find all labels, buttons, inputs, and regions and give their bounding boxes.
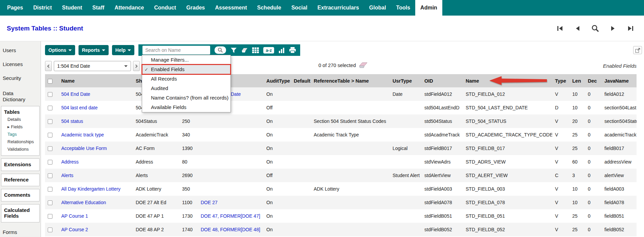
nav-tab-student[interactable]: Student xyxy=(57,0,87,16)
row-checkbox[interactable] xyxy=(48,160,52,165)
row-checkbox[interactable] xyxy=(48,228,52,232)
title-link[interactable]: Date xyxy=(231,91,241,97)
cell-default xyxy=(291,142,311,155)
bar-chart-icon[interactable] xyxy=(279,47,285,53)
sidebar-item-reference[interactable]: Reference xyxy=(3,176,38,184)
sidebar-item-fields[interactable]: ▸ Fields xyxy=(3,123,38,131)
field-name-link[interactable]: Acceptable Use Form xyxy=(61,146,107,151)
sort-az-icon[interactable]: a-z xyxy=(263,47,274,53)
nav-tab-admin[interactable]: Admin xyxy=(415,0,442,16)
field-name-link[interactable]: AP Course 2 xyxy=(61,227,88,232)
filter-menu-item-all-records[interactable]: All Records xyxy=(142,74,230,84)
row-checkbox[interactable] xyxy=(48,119,52,124)
nav-tab-conduct[interactable]: Conduct xyxy=(149,0,181,16)
field-name-link[interactable]: Alternative Education xyxy=(61,200,106,205)
nav-tab-global[interactable]: Global xyxy=(364,0,391,16)
row-select-cell xyxy=(45,209,59,223)
field-name-link[interactable]: Academic track type xyxy=(61,132,104,137)
sidebar-item-extensions[interactable]: Extensions xyxy=(3,161,38,168)
cell-dbname: STD_ACADEMIC_TRACK_TYPE_CODE xyxy=(463,128,552,142)
nav-tab-extracurriculars[interactable]: Extracurriculars xyxy=(312,0,364,16)
record-selector[interactable]: 1:504 End Date xyxy=(54,61,131,71)
nav-tab-schedule[interactable]: Schedule xyxy=(252,0,286,16)
print-icon[interactable] xyxy=(289,47,296,53)
title-link[interactable]: DOE 48, FORMER[DOE 48] xyxy=(201,227,260,232)
cell-oid: stdFieldB017 xyxy=(422,142,463,155)
previous-record-button[interactable] xyxy=(45,61,52,71)
sidebar-item-details[interactable]: Details xyxy=(3,116,38,123)
column-header-referencetable-name[interactable]: ReferenceTable > Name xyxy=(311,74,390,87)
column-header-oid[interactable]: OID xyxy=(422,74,463,87)
row-checkbox[interactable] xyxy=(48,214,52,219)
grid-icon[interactable] xyxy=(252,47,259,53)
sidebar-item-licenses[interactable]: Licenses xyxy=(0,57,41,71)
sidebar-section-data-dictionary[interactable]: Data Dictionary xyxy=(0,85,41,105)
title-link[interactable]: DOE 27 xyxy=(201,200,218,205)
filter-menu-item-enabled-fields[interactable]: ✓Enabled Fields xyxy=(142,65,230,74)
sidebar-item-users[interactable]: Users xyxy=(0,43,41,57)
sidebar-item-tags[interactable]: Tags xyxy=(3,131,38,138)
filter-menu-item-manage-filters[interactable]: Manage Filters... xyxy=(142,55,230,65)
row-checkbox[interactable] xyxy=(48,92,52,97)
field-name-link[interactable]: 504 status xyxy=(61,118,83,124)
previous-record-icon[interactable] xyxy=(573,24,582,33)
nav-tab-grades[interactable]: Grades xyxy=(181,0,210,16)
sidebar-item-tables[interactable]: Tables xyxy=(3,109,38,116)
filter-menu-item-available-fields[interactable]: Available Fields xyxy=(142,103,230,112)
filter-menu-item-name-contains-from-all-records[interactable]: Name Contains? (from all records) xyxy=(142,93,230,103)
sidebar-item-validations[interactable]: Validations xyxy=(3,146,38,153)
filter-menu-item-audited[interactable]: Audited xyxy=(142,84,230,93)
next-record-icon[interactable] xyxy=(608,24,618,33)
row-checkbox[interactable] xyxy=(48,173,52,178)
title-link[interactable]: DOE 47, FORMER[DOE 47] xyxy=(201,213,260,219)
nav-tab-social[interactable]: Social xyxy=(286,0,312,16)
clear-selection-eraser-icon[interactable] xyxy=(359,62,368,68)
options-button[interactable]: Options xyxy=(45,45,75,55)
field-name-link[interactable]: 504 last end date xyxy=(61,105,97,110)
table-row: AP Course 1DOE 47 AP 11730DOE 47, FORMER… xyxy=(45,209,637,223)
sidebar-item-security[interactable]: Security xyxy=(0,71,41,85)
column-header-default[interactable]: Default xyxy=(291,74,311,87)
row-checkbox[interactable] xyxy=(48,106,52,110)
sidebar-item-forms[interactable]: Forms xyxy=(0,225,41,237)
field-name-link[interactable]: Alerts xyxy=(61,173,73,178)
sidebar-item-calculated-fields[interactable]: Calculated Fields xyxy=(3,207,38,220)
next-record-button[interactable] xyxy=(133,61,140,71)
row-checkbox[interactable] xyxy=(48,200,52,205)
field-name-link[interactable]: Address xyxy=(61,159,79,165)
column-header-dec[interactable]: Dec xyxy=(585,74,602,87)
field-name-link[interactable]: AP Course 1 xyxy=(61,213,88,219)
sidebar-item-relationships[interactable]: Relationships xyxy=(3,138,38,146)
search-records-icon[interactable] xyxy=(591,24,600,33)
column-header-javaname[interactable]: JavaName xyxy=(602,74,637,87)
nav-tab-pages[interactable]: Pages xyxy=(2,0,28,16)
row-checkbox[interactable] xyxy=(48,133,52,137)
nav-tab-attendance[interactable]: Attendance xyxy=(109,0,149,16)
row-checkbox[interactable] xyxy=(48,146,52,151)
last-record-icon[interactable] xyxy=(626,24,635,33)
column-header-name[interactable]: Name xyxy=(59,74,133,87)
nav-tab-staff[interactable]: Staff xyxy=(87,0,110,16)
first-record-icon[interactable] xyxy=(555,24,565,33)
sidebar-item-comments[interactable]: Comments xyxy=(3,192,38,199)
search-input[interactable] xyxy=(142,46,210,55)
filter-icon[interactable] xyxy=(230,47,237,53)
field-name-link[interactable]: 504 End Date xyxy=(61,91,90,97)
nav-tab-district[interactable]: District xyxy=(28,0,57,16)
column-header-usrtype[interactable]: UsrType xyxy=(390,74,422,87)
reports-button[interactable]: Reports xyxy=(79,45,109,55)
help-button[interactable]: Help xyxy=(112,45,134,55)
search-icon[interactable] xyxy=(215,46,226,54)
nav-tab-assessment[interactable]: Assessment xyxy=(210,0,252,16)
column-header-type[interactable]: Type xyxy=(552,74,570,87)
cell-type: V xyxy=(552,87,570,101)
nav-tab-tools[interactable]: Tools xyxy=(391,0,415,16)
popout-icon[interactable] xyxy=(633,46,642,54)
select-all-checkbox[interactable] xyxy=(48,79,52,84)
column-header-len[interactable]: Len xyxy=(570,74,585,87)
eraser-icon[interactable] xyxy=(241,48,248,53)
cell-dec: 0 xyxy=(585,182,602,196)
column-header-audittype[interactable]: AuditType xyxy=(264,74,291,87)
row-checkbox[interactable] xyxy=(48,187,52,192)
field-name-link[interactable]: All Day Kindergarten Lottery xyxy=(61,186,120,192)
